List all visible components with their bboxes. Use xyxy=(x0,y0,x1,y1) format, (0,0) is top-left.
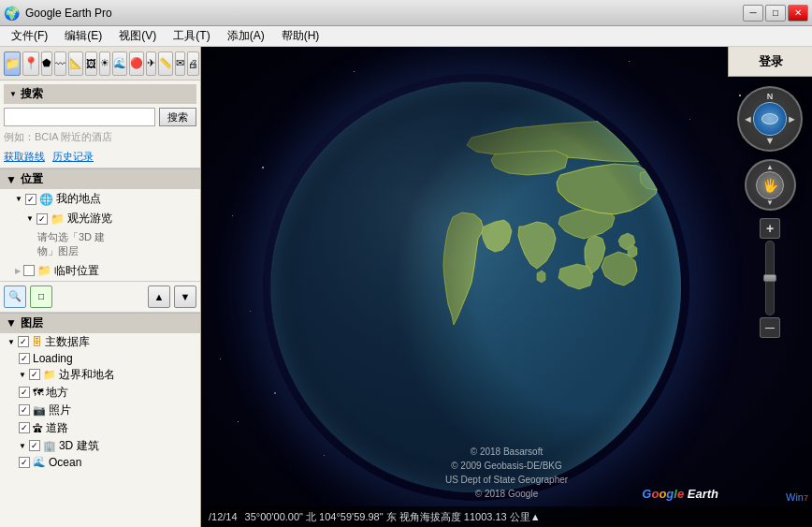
status-bar: /12/14 35°00'00.00" 北 104°59'59.98" 东 视角… xyxy=(201,506,812,527)
ocean-checkbox[interactable]: ✓ xyxy=(19,457,30,468)
sightseeing-arrow: ▼ xyxy=(26,214,34,223)
layer-ocean[interactable]: ✓ 🌊 Ocean xyxy=(0,455,200,470)
photos-checkbox[interactable]: ✓ xyxy=(19,404,30,416)
move-down-btn[interactable]: ▼ xyxy=(174,285,196,308)
toolbar-print-btn[interactable]: 🖨 xyxy=(187,51,199,76)
position-section: ▼ 位置 ▼ ✓ 🌐 我的地点 ▼ ✓ 📁 观光游览 请勾选「3D 建物」图层 xyxy=(0,168,200,281)
toolbar-polygon-btn[interactable]: ⬟ xyxy=(41,51,52,76)
3d-buildings-label: 3D 建筑 xyxy=(59,438,99,454)
main-layout: 📁 📍 ⬟ 〰 📐 🖼 ☀ 🌊 🔴 ✈ 📏 ✉ 🖨 🎬 🗺 ▼ 搜索 搜 xyxy=(0,47,812,527)
loading-label: Loading xyxy=(33,352,73,365)
menubar: 文件(F) 编辑(E) 视图(V) 工具(T) 添加(A) 帮助(H) xyxy=(0,26,812,47)
tree-item-sightseeing[interactable]: ▼ ✓ 📁 观光游览 xyxy=(0,209,200,228)
search-input[interactable] xyxy=(4,108,155,126)
main-db-icon: 🗄 xyxy=(32,336,42,347)
earth-landmass-svg xyxy=(270,81,682,493)
win7-watermark: Win7 xyxy=(786,491,808,503)
my-places-checkbox[interactable]: ✓ xyxy=(25,194,36,205)
position-arrow-icon: ▼ xyxy=(6,173,17,186)
loading-checkbox[interactable]: ✓ xyxy=(19,353,30,364)
zoom-view-btn[interactable]: 🔍 xyxy=(4,285,26,308)
3d-hint-text: 请勾选「3D 建物」图层 xyxy=(37,230,105,259)
photos-label: 照片 xyxy=(49,403,71,418)
move-up-btn[interactable]: ▲ xyxy=(148,285,170,308)
roads-checkbox[interactable]: ✓ xyxy=(19,422,30,433)
menu-item-view[interactable]: 视图(V) xyxy=(111,26,164,46)
3d-buildings-icon: 🏢 xyxy=(43,440,56,452)
menu-item-add[interactable]: 添加(A) xyxy=(220,26,272,46)
earth-base xyxy=(270,81,682,493)
zoom-control: + ─ xyxy=(760,218,780,338)
layers-section-header[interactable]: ▼ 图层 xyxy=(0,313,200,333)
layer-main-db[interactable]: ▼ ✓ 🗄 主数据库 xyxy=(0,333,200,351)
my-places-arrow: ▼ xyxy=(15,195,22,203)
zoom-thumb[interactable] xyxy=(763,274,776,282)
minimize-button[interactable]: ─ xyxy=(743,5,763,22)
map-view-btn[interactable]: □ xyxy=(30,285,52,308)
tree-item-3d-hint: 请勾选「3D 建物」图层 xyxy=(0,228,200,261)
toolbar-placemark-btn[interactable]: 📍 xyxy=(22,51,39,76)
maximize-button[interactable]: □ xyxy=(765,5,786,22)
search-section-header[interactable]: ▼ 搜索 xyxy=(4,84,196,104)
search-arrow-icon: ▼ xyxy=(9,90,17,98)
local-icon: 🗺 xyxy=(33,387,43,398)
position-section-label: 位置 xyxy=(21,171,43,187)
tilt-up-arrow: ▲ xyxy=(766,163,774,171)
menu-item-file[interactable]: 文件(F) xyxy=(4,26,55,46)
login-bar: 登录 xyxy=(728,47,812,77)
layer-roads[interactable]: ✓ 🛣 道路 xyxy=(0,419,200,437)
layer-local[interactable]: ✓ 🗺 地方 xyxy=(0,384,200,402)
local-checkbox[interactable]: ✓ xyxy=(19,387,30,398)
menu-item-edit[interactable]: 编辑(E) xyxy=(57,26,109,46)
tree-item-my-places[interactable]: ▼ ✓ 🌐 我的地点 xyxy=(0,189,200,209)
app-icon: 🌍 xyxy=(4,6,20,21)
search-section-label: 搜索 xyxy=(21,86,43,102)
layers-section: ▼ 图层 ▼ ✓ 🗄 主数据库 ✓ Loading ▼ ✓ 📁 边界和地名 xyxy=(0,313,200,527)
login-button[interactable]: 登录 xyxy=(759,53,783,70)
toolbar-image-btn[interactable]: 🖼 xyxy=(85,51,97,76)
search-section: ▼ 搜索 搜索 例如：BCIA 附近的酒店 获取路线 历史记录 xyxy=(0,81,200,168)
toolbar-ocean-btn[interactable]: 🌊 xyxy=(112,51,127,76)
layer-loading[interactable]: ✓ Loading xyxy=(0,351,200,366)
history-link[interactable]: 历史记录 xyxy=(52,150,94,164)
menu-item-help[interactable]: 帮助(H) xyxy=(274,26,327,46)
search-button[interactable]: 搜索 xyxy=(159,108,196,126)
toolbar-sun-btn[interactable]: ☀ xyxy=(99,51,110,76)
titlebar: 🌍 Google Earth Pro ─ □ ✕ xyxy=(0,0,812,26)
borders-folder-icon: 📁 xyxy=(43,369,56,381)
compass-ring[interactable]: N ◄ ► ▼ xyxy=(737,86,803,152)
zoom-in-button[interactable]: + xyxy=(760,218,780,239)
tilt-control[interactable]: 🖐 ▲ ▼ xyxy=(745,159,796,211)
compass-right-arrow: ► xyxy=(787,113,797,124)
earth-globe[interactable] xyxy=(270,81,682,493)
menu-item-tools[interactable]: 工具(T) xyxy=(166,26,217,46)
temp-places-checkbox[interactable] xyxy=(23,265,35,276)
main-db-checkbox[interactable]: ✓ xyxy=(18,336,29,347)
search-hint: 例如：BCIA 附近的酒店 xyxy=(4,128,196,146)
toolbar-mars-btn[interactable]: 🔴 xyxy=(129,51,144,76)
my-places-label: 我的地点 xyxy=(56,191,101,207)
sidebar: 📁 📍 ⬟ 〰 📐 🖼 ☀ 🌊 🔴 ✈ 📏 ✉ 🖨 🎬 🗺 ▼ 搜索 搜 xyxy=(0,47,201,527)
zoom-track[interactable] xyxy=(765,241,775,315)
toolbar-path-btn[interactable]: 〰 xyxy=(54,51,66,76)
get-directions-link[interactable]: 获取路线 xyxy=(4,150,45,164)
zoom-out-button[interactable]: ─ xyxy=(760,317,780,338)
3d-buildings-checkbox[interactable]: ✓ xyxy=(29,440,40,451)
toolbar-ruler-btn[interactable]: 📏 xyxy=(158,51,173,76)
tilt-down-arrow: ▼ xyxy=(766,198,774,207)
close-button[interactable]: ✕ xyxy=(788,5,808,22)
toolbar-email-btn[interactable]: ✉ xyxy=(175,51,185,76)
sightseeing-label: 观光游览 xyxy=(67,211,112,227)
borders-checkbox[interactable]: ✓ xyxy=(29,369,40,380)
toolbar-folder-btn[interactable]: 📁 xyxy=(4,51,21,76)
sightseeing-checkbox[interactable]: ✓ xyxy=(36,213,48,225)
toolbar-flight-btn[interactable]: ✈ xyxy=(146,51,156,76)
layer-photos[interactable]: ✓ 📷 照片 xyxy=(0,402,200,419)
toolbar-measure-btn[interactable]: 📐 xyxy=(68,51,83,76)
position-section-header[interactable]: ▼ 位置 xyxy=(0,168,200,189)
layer-3d-buildings[interactable]: ▼ ✓ 🏢 3D 建筑 xyxy=(0,437,200,455)
app-title: Google Earth Pro xyxy=(25,7,737,20)
tree-item-temp-places[interactable]: ▶ 📁 临时位置 xyxy=(0,261,200,281)
layer-borders[interactable]: ▼ ✓ 📁 边界和地名 xyxy=(0,366,200,384)
map-area[interactable]: © 2018 Basarsoft © 2009 Geobasis-DE/BKG … xyxy=(201,47,812,527)
